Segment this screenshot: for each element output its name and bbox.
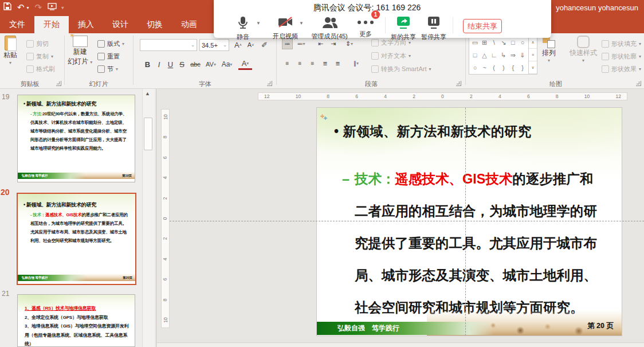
- video-dropdown-icon[interactable]: ▼: [299, 21, 304, 26]
- ruler-tick-label: 2: [470, 93, 473, 99]
- tab-animations[interactable]: 动画: [172, 16, 206, 33]
- distribute-button[interactable]: ≣: [332, 57, 343, 69]
- shapes-scroll-down-icon[interactable]: ∨: [529, 61, 537, 74]
- shape-icon[interactable]: □: [508, 39, 517, 46]
- clear-formatting-icon[interactable]: ✐: [259, 39, 270, 50]
- arrange-button[interactable]: 排列▾: [542, 36, 556, 63]
- new-slide-button[interactable]: 新建 幻灯片 ▾: [68, 36, 92, 67]
- slide-body-line: 究提供了重要的工具。尤其应用于城市布: [355, 227, 607, 259]
- slide-thumbnail-21[interactable]: 1、遥感（RS）技术与地理信息获取 2、全球定位系统（GPS）与地理信息获取 3…: [17, 294, 135, 347]
- shape-icon[interactable]: ~: [480, 64, 489, 71]
- quick-styles-button[interactable]: 快速样式▾: [570, 36, 597, 63]
- shape-icon[interactable]: ⊞: [480, 39, 489, 46]
- undo-icon[interactable]: ↶: [17, 2, 25, 13]
- clipboard-dialog-launcher[interactable]: [56, 81, 61, 86]
- align-center-button[interactable]: ≡: [294, 57, 305, 69]
- shape-icon[interactable]: {: [508, 64, 517, 71]
- shape-icon[interactable]: ⇓: [518, 52, 527, 59]
- horizontal-guide[interactable]: [170, 221, 644, 221]
- change-case-button[interactable]: Aa▾: [220, 59, 234, 70]
- shape-icon[interactable]: ○: [470, 64, 480, 71]
- slide-body-text[interactable]: –技术：遥感技术、GIS技术的逐步推广和 二者应用的相互结合，为城市地理学的研 …: [355, 163, 607, 323]
- shape-fill-button[interactable]: 形状填充▾: [602, 38, 641, 49]
- start-slideshow-icon[interactable]: [48, 2, 57, 13]
- slide-editing-surface[interactable]: ✛✛ • 新领域、新方法和新技术的研究 –技术：遥感技术、GIS技术的逐步推广和…: [317, 108, 622, 336]
- ruler-tick-label: 8: [556, 93, 559, 99]
- tab-file[interactable]: 文件: [0, 16, 34, 33]
- paragraph-dialog-launcher[interactable]: [456, 81, 461, 86]
- vertical-ruler: 1086420246810: [161, 109, 170, 328]
- shape-outline-button[interactable]: 形状轮廓▾: [602, 50, 641, 62]
- font-group-label: 字体: [188, 80, 222, 88]
- new-slide-icon: [73, 36, 88, 47]
- slide-title-text[interactable]: • 新领域、新方法和新技术的研究: [334, 123, 531, 141]
- scrollbar-up-icon[interactable]: ▲: [145, 91, 150, 96]
- columns-button[interactable]: ∥▾: [351, 57, 362, 69]
- shadow-button[interactable]: S: [176, 59, 187, 70]
- italic-button[interactable]: I: [154, 59, 164, 70]
- slide-thumbnail-20[interactable]: • 新领域、新方法和新技术的研究 - 技术：遥感技术、GIS技术的逐步推广和二者…: [17, 193, 136, 285]
- shapes-gallery-more-icon[interactable]: ≡: [529, 49, 537, 61]
- vertical-guide[interactable]: [465, 108, 466, 336]
- strikethrough-button[interactable]: abc: [188, 59, 203, 70]
- redo-icon[interactable]: ↷: [35, 2, 42, 13]
- shape-icon[interactable]: □: [470, 52, 480, 59]
- slide-thumbnail-19[interactable]: • 新领域、新方法和新技术的研究 - 方法:20世纪90年代以来，数量方法、系统…: [17, 95, 135, 182]
- shape-icon[interactable]: ↘: [499, 39, 508, 46]
- mute-dropdown-icon[interactable]: ▼: [256, 21, 261, 26]
- shape-icon[interactable]: \: [489, 39, 498, 46]
- align-text-button[interactable]: 对齐文本▾: [371, 50, 411, 61]
- ruler-tick-label: 10: [584, 93, 590, 99]
- font-name-combo[interactable]: ⌄: [140, 39, 197, 51]
- pause-share-button[interactable]: 暂停共享: [417, 16, 451, 41]
- shape-icon[interactable]: △: [480, 52, 489, 59]
- shapes-scroll-up-icon[interactable]: ∧: [529, 36, 537, 49]
- font-color-button[interactable]: A▾: [238, 59, 252, 70]
- shape-icon[interactable]: ▭: [470, 39, 480, 46]
- reset-button[interactable]: 重置: [97, 50, 120, 62]
- tab-transitions[interactable]: 切换: [138, 16, 172, 33]
- character-spacing-button[interactable]: AV▾: [204, 59, 218, 70]
- tab-home[interactable]: 开始: [34, 16, 69, 33]
- ruler-tick-label: 10: [163, 317, 168, 322]
- drawing-dialog-launcher[interactable]: [636, 81, 641, 86]
- justify-button[interactable]: ≣: [320, 57, 331, 69]
- bold-button[interactable]: B: [142, 59, 153, 70]
- align-right-button[interactable]: ≡: [307, 57, 318, 69]
- font-dialog-launcher[interactable]: [267, 81, 272, 86]
- shape-icon[interactable]: ○: [518, 39, 527, 46]
- paste-button[interactable]: 粘贴 ▾: [3, 36, 17, 65]
- more-button[interactable]: 更多: [350, 16, 382, 38]
- shape-icon[interactable]: ): [499, 64, 508, 71]
- undo-dropdown-icon[interactable]: ▾: [27, 5, 29, 10]
- shape-icon[interactable]: ⇒: [508, 52, 517, 59]
- customize-qat-icon[interactable]: ▿: [61, 5, 64, 10]
- new-share-button[interactable]: 新的共享: [386, 16, 421, 41]
- start-video-button[interactable]: 开启视频: [268, 16, 303, 41]
- scrollbar-thumb[interactable]: [144, 118, 152, 150]
- shape-effects-button[interactable]: 形状效果▾: [602, 63, 641, 75]
- end-share-button[interactable]: 结束共享: [463, 19, 502, 33]
- section-button[interactable]: 节▾: [97, 63, 118, 75]
- mute-button[interactable]: 静音: [226, 16, 260, 41]
- ruler-tick-label: 0: [441, 93, 444, 99]
- tab-design[interactable]: 设计: [103, 16, 138, 33]
- shape-icon[interactable]: }: [518, 64, 527, 71]
- manage-members-button[interactable]: 管理成员(45): [305, 16, 354, 41]
- cut-button[interactable]: 剪切: [26, 38, 49, 49]
- copy-button[interactable]: 复制▾: [26, 50, 53, 62]
- shape-icon[interactable]: ∟: [489, 52, 498, 59]
- convert-smartart-button[interactable]: 转换为 SmartArt▾: [371, 63, 431, 75]
- save-icon[interactable]: [3, 2, 11, 13]
- shape-icon[interactable]: (: [489, 64, 498, 71]
- format-painter-button[interactable]: 格式刷: [26, 63, 55, 75]
- shape-icon[interactable]: ↳: [499, 52, 508, 59]
- slide-thumbnail-panel: 19 • 新领域、新方法和新技术的研究 - 方法:20世纪90年代以来，数量方法…: [0, 89, 156, 347]
- align-left-button[interactable]: ≡: [282, 57, 293, 69]
- font-size-combo[interactable]: 34.5+⌄: [199, 39, 229, 51]
- underline-button[interactable]: U: [165, 59, 176, 70]
- layout-button[interactable]: 版式▾: [97, 38, 124, 49]
- paste-dropdown-icon[interactable]: ▾: [9, 60, 11, 65]
- tab-insert[interactable]: 插入: [69, 16, 103, 33]
- shape-gallery[interactable]: ▭⊞\↘□○ □△∟↳⇒⇓ ○~(){} ∧ ≡ ∨: [469, 36, 537, 75]
